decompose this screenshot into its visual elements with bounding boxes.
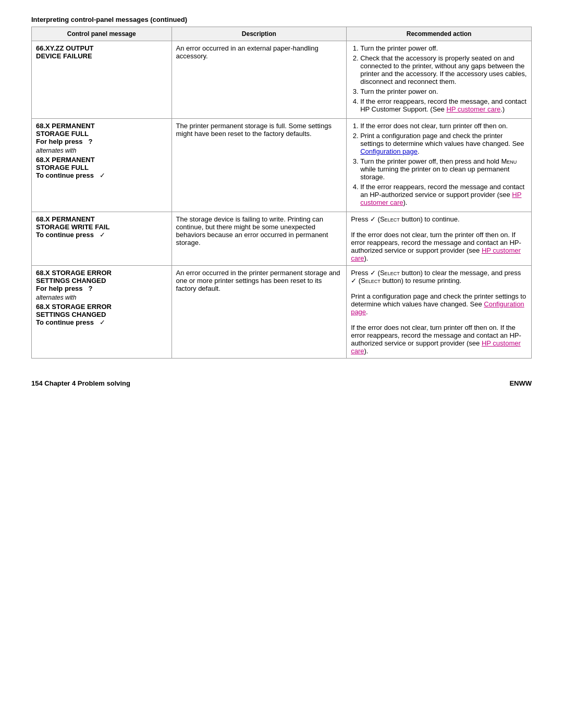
row4-message-line2: SETTINGS CHANGED	[36, 277, 167, 285]
row2-message-line4: 68.X PERMANENT	[36, 156, 167, 164]
row4-action3: If the error does not clear, turn printe…	[351, 324, 527, 355]
row2-tocontinue: To continue press ✓	[36, 171, 167, 179]
list-item: Turn the printer power off, then press a…	[360, 157, 527, 181]
row4-description: An error occurred in the printer permane…	[172, 266, 347, 359]
row4-forhelp: For help press ?	[36, 285, 167, 292]
row3-action1: Press ✓ (Select button) to continue.	[351, 215, 527, 223]
row4-action1: Press ✓ (Select button) to clear the mes…	[351, 269, 527, 285]
row2-actions: If the error does not clear, turn printe…	[347, 119, 532, 212]
list-item: Check that the accessory is properly sea…	[360, 54, 527, 85]
row2-message-line5: STORAGE FULL	[36, 164, 167, 171]
row3-message-line2: STORAGE WRITE FAIL	[36, 223, 167, 231]
page-header: Interpreting control-panel messages (con…	[31, 16, 532, 23]
row2-message-line1: 68.X PERMANENT	[36, 122, 167, 130]
row1-message-line1: 66.XY.ZZ OUTPUT	[36, 44, 167, 52]
page-footer: 154 Chapter 4 Problem solving ENWW	[31, 379, 532, 387]
row3-tocontinue: To continue press ✓	[36, 231, 167, 239]
row4-action2: Print a configuration page and check the…	[351, 292, 527, 316]
row3-description: The storage device is failing to write. …	[172, 212, 347, 266]
hp-care-link[interactable]: HP customer care	[446, 105, 500, 113]
row1-actions: Turn the printer power off. Check that t…	[347, 41, 532, 119]
col-header-message: Control panel message	[32, 27, 172, 41]
row4-actions: Press ✓ (Select button) to clear the mes…	[347, 266, 532, 359]
row4-message-line1: 68.X STORAGE ERROR	[36, 269, 167, 277]
config-page-link[interactable]: Configuration page	[360, 147, 418, 155]
list-item: If the error does not clear, turn printe…	[360, 122, 527, 130]
row4-message-line5: SETTINGS CHANGED	[36, 311, 167, 318]
hp-care-link[interactable]: HP customer care	[351, 339, 521, 355]
footer-enww: ENWW	[509, 379, 532, 387]
table-row: 68.X PERMANENT STORAGE FULL For help pre…	[32, 119, 532, 212]
row3-message-line1: 68.X PERMANENT	[36, 215, 167, 223]
list-item: If the error reappears, record the messa…	[360, 97, 527, 113]
row2-description: The printer permanent storage is full. S…	[172, 119, 347, 212]
config-page-link-2[interactable]: Configuration page	[351, 300, 524, 316]
row4-tocontinue: To continue press ✓	[36, 318, 167, 326]
row3-message: 68.X PERMANENT STORAGE WRITE FAIL To con…	[32, 212, 172, 266]
list-item: Turn the printer power on.	[360, 88, 527, 95]
row2-forhelp: For help press ?	[36, 138, 167, 145]
footer-page-info: 154 Chapter 4 Problem solving	[31, 379, 130, 387]
row4-message-line4: 68.X STORAGE ERROR	[36, 303, 167, 311]
row1-message: 66.XY.ZZ OUTPUT DEVICE FAILURE	[32, 41, 172, 119]
table-row: 68.X PERMANENT STORAGE WRITE FAIL To con…	[32, 212, 532, 266]
row1-description: An error occurred in an external paper-h…	[172, 41, 347, 119]
hp-care-link[interactable]: HP customer care	[360, 191, 521, 206]
row2-message: 68.X PERMANENT STORAGE FULL For help pre…	[32, 119, 172, 212]
row4-alternates: alternates with	[36, 294, 167, 301]
col-header-description: Description	[172, 27, 347, 41]
table-row: 66.XY.ZZ OUTPUT DEVICE FAILURE An error …	[32, 41, 532, 119]
list-item: Print a configuration page and check the…	[360, 132, 527, 155]
list-item: Turn the printer power off.	[360, 44, 527, 52]
row2-alternates: alternates with	[36, 147, 167, 154]
col-header-action: Recommended action	[347, 27, 532, 41]
main-table: Control panel message Description Recomm…	[31, 27, 532, 359]
row1-message-line2: DEVICE FAILURE	[36, 52, 167, 60]
list-item: If the error reappears, record the messa…	[360, 183, 527, 206]
row3-actions: Press ✓ (Select button) to continue. If …	[347, 212, 532, 266]
row2-message-line2: STORAGE FULL	[36, 130, 167, 138]
row4-message: 68.X STORAGE ERROR SETTINGS CHANGED For …	[32, 266, 172, 359]
row3-action2: If the error does not clear, turn the pr…	[351, 231, 527, 262]
table-row: 68.X STORAGE ERROR SETTINGS CHANGED For …	[32, 266, 532, 359]
hp-care-link[interactable]: HP customer care	[351, 246, 521, 262]
